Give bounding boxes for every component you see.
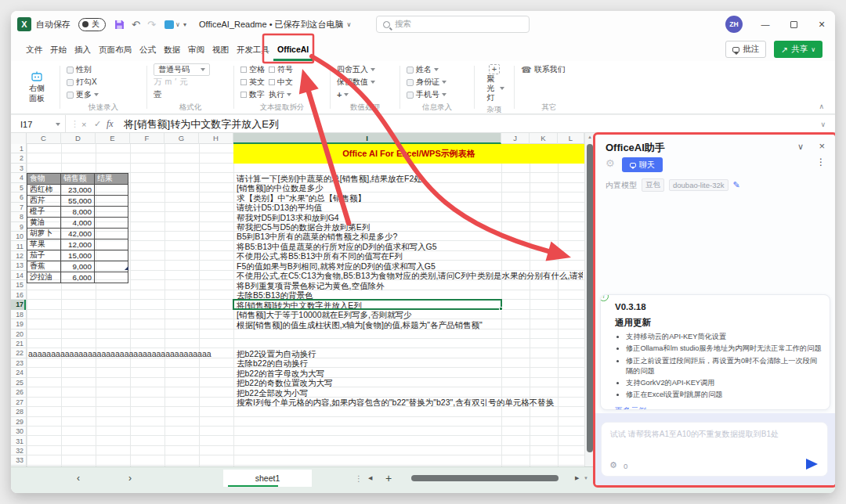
instruction-cell-I12[interactable]: 不使用公式,将B5:B13中所有不同的值写在F列 <box>237 251 583 261</box>
spotlight-button[interactable]: 聚光灯 <box>484 74 504 103</box>
row-header-9[interactable]: 9 <box>11 222 26 232</box>
scrollbar-splitter[interactable]: ⋮ <box>355 470 363 487</box>
redo-button[interactable]: ↷ <box>147 11 156 38</box>
digit-checkbox[interactable]: 数字 <box>240 89 265 100</box>
instruction-cell-I8[interactable]: 帮我对D5到D13求和放到G4 <box>237 213 583 222</box>
food-cell[interactable]: 黄油 <box>27 218 61 229</box>
more-button[interactable]: 更多 <box>67 89 99 100</box>
execute-button[interactable]: 执行 <box>269 89 291 100</box>
food-cell[interactable]: 茄子 <box>27 250 61 261</box>
row-header-12[interactable]: 12 <box>11 251 26 261</box>
instruction-cell-I18[interactable]: [销售额]大于等于10000就在E列写多,否则就写少 <box>237 310 583 319</box>
edit-model-icon[interactable]: ✎ <box>733 180 740 190</box>
next-sheet-button[interactable]: › <box>128 470 132 487</box>
column-header-E[interactable]: E <box>96 133 130 144</box>
instruction-cell-I9[interactable]: 帮我把C5与D5的数据合并放到第E列 <box>237 222 583 232</box>
result-cell[interactable] <box>95 229 128 239</box>
sales-cell[interactable]: 55,000 <box>61 196 95 207</box>
sales-cell[interactable]: 42,000 <box>61 229 95 239</box>
row-header-29[interactable]: 29 <box>11 417 26 427</box>
row-header-26[interactable]: 26 <box>11 387 26 397</box>
menu-tab-插入[interactable]: 插入 <box>70 38 95 61</box>
right-panel-button[interactable]: 右侧面板 <box>16 61 58 113</box>
row-header-30[interactable]: 30 <box>11 427 26 436</box>
name-box[interactable]: I17 <box>11 115 66 133</box>
search-input[interactable]: 搜索 <box>376 16 530 33</box>
panel-close-button[interactable]: × <box>819 140 825 152</box>
food-sales-table[interactable]: 食物销售额结果西红柿23,000西芹55,000橙子8,000黄油4,000胡萝… <box>27 173 128 283</box>
instruction-cell-I26[interactable]: 把b22全部改为小写 <box>237 388 583 398</box>
row-header-22[interactable]: 22 <box>11 348 26 358</box>
menu-tab-页面布局[interactable]: 页面布局 <box>95 38 136 61</box>
row-header-25[interactable]: 25 <box>11 378 26 387</box>
cell-C22[interactable]: aaaaaaaaaaaaaaaaaaaaaaaaaaaaaaaaaaaaaaaa <box>28 349 212 358</box>
menu-tab-文件[interactable]: 文件 <box>22 38 46 61</box>
column-header-D[interactable]: D <box>61 133 96 144</box>
row-header-3[interactable]: 3 <box>11 164 26 173</box>
column-header-I[interactable]: I <box>233 133 501 144</box>
instruction-cell-I4[interactable]: 请计算一下[类别]中蔬菜的总[销售额],结果放在F2处 <box>237 174 583 183</box>
column-header-G[interactable]: G <box>164 133 199 144</box>
food-cell[interactable]: 苹果 <box>27 239 61 250</box>
vertical-scroll-thumb[interactable] <box>587 144 593 452</box>
row-header-2[interactable]: 2 <box>11 153 26 163</box>
result-cell[interactable] <box>95 239 128 250</box>
table-header-cell[interactable]: 食物 <box>27 174 61 185</box>
instruction-cell-I24[interactable]: 把b22的首字母改为大写 <box>237 369 583 378</box>
instruction-cell-I27[interactable]: 搜索I列每个单元格的内容,如果内容包含的"b22"替换为"b23",含有双引号的… <box>237 398 583 407</box>
row-header-17[interactable]: 17 <box>11 300 26 309</box>
grid-cells-area[interactable]: 1234567891011121314151617181920212223242… <box>11 144 584 466</box>
instruction-cell-I13[interactable]: F5的值如果与B列相同,就将对应的D列的值求和写入G5 <box>237 261 583 271</box>
instruction-cell-I25[interactable]: 把b22的奇数位置改为大写 <box>237 378 583 387</box>
sales-cell[interactable]: 8,000 <box>61 207 95 218</box>
chat-tab-button[interactable]: 聊天 <box>622 157 663 172</box>
table-header-cell[interactable]: 销售额 <box>61 174 95 185</box>
formula-bar-expand-button[interactable]: ∨ <box>820 115 826 133</box>
chinese-uppercase-button[interactable]: 壹 <box>154 89 162 100</box>
row-header-1[interactable]: 1 <box>11 144 26 153</box>
row-header-10[interactable]: 10 <box>11 232 26 241</box>
row-header-11[interactable]: 11 <box>11 242 26 251</box>
row-header-8[interactable]: 8 <box>11 212 26 221</box>
sheet-tab-sheet1[interactable]: sheet1 <box>223 470 312 487</box>
row-header-21[interactable]: 21 <box>11 339 26 348</box>
checkmark-x-button[interactable]: 打勾X <box>67 77 97 88</box>
sales-cell[interactable]: 9,000 <box>61 261 95 272</box>
column-header-H[interactable]: H <box>199 133 233 144</box>
scroll-right-icon[interactable]: ▶ <box>575 470 579 487</box>
column-header-C[interactable]: C <box>27 133 61 144</box>
panel-collapse-button[interactable]: ∨ <box>797 142 804 152</box>
horizontal-scroll-thumb[interactable] <box>411 475 559 481</box>
gender-button[interactable]: 性别 <box>67 64 92 75</box>
column-header-J[interactable]: J <box>501 133 530 144</box>
row-header-4[interactable]: 4 <box>11 173 26 182</box>
row-header-16[interactable]: 16 <box>11 290 26 300</box>
sales-cell[interactable]: 6,000 <box>61 272 95 283</box>
send-button[interactable] <box>806 459 818 470</box>
name-button[interactable]: 姓名 <box>407 64 439 75</box>
sales-cell[interactable]: 4,000 <box>61 218 95 229</box>
menu-tab-开始[interactable]: 开始 <box>46 38 70 61</box>
food-cell[interactable]: 胡萝卜 <box>27 229 61 239</box>
column-header-L[interactable]: L <box>558 133 584 144</box>
formula-input[interactable]: 将[销售额]转为中文数字并放入E列 <box>124 115 279 133</box>
keep-value-button[interactable]: 保留数值 <box>337 77 375 88</box>
quick-access-customize-button[interactable]: ▾ <box>183 11 186 38</box>
row-header-6[interactable]: 6 <box>11 193 26 202</box>
confirm-entry-button[interactable]: ✓ <box>94 115 101 133</box>
more-examples-link[interactable]: 更多示例 <box>615 406 646 410</box>
row-header-24[interactable]: 24 <box>11 368 26 377</box>
instruction-cell-I23[interactable]: 去除b22的自动换行 <box>237 358 583 368</box>
row-header-23[interactable]: 23 <box>11 358 26 368</box>
panel-settings-icon[interactable]: ⚙ <box>606 157 615 169</box>
food-cell[interactable]: 西红柿 <box>27 185 61 196</box>
row-header-33[interactable]: 33 <box>11 455 26 465</box>
row-header-27[interactable]: 27 <box>11 398 26 407</box>
food-cell[interactable]: 西芹 <box>27 196 61 207</box>
autosave-toggle[interactable]: 关 <box>78 11 106 38</box>
result-cell[interactable] <box>95 185 128 196</box>
id-card-button[interactable]: 身份证 <box>407 77 446 88</box>
instruction-cell-I19[interactable]: 根据[销售额]的值生成柱状图,x轴为[食物]的值,标题为"各产品销售额" <box>237 320 583 329</box>
instruction-cell-I11[interactable]: 将B5:B13中值是蔬菜的行所对应的D列的值求和写入G5 <box>237 242 583 251</box>
cancel-entry-button[interactable]: × <box>81 115 86 133</box>
